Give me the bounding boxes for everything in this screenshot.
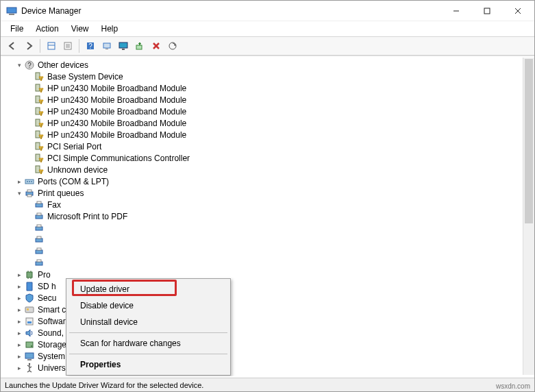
- system-icon: [24, 351, 35, 362]
- menu-action[interactable]: Action: [30, 23, 64, 35]
- chevron-right-icon[interactable]: ▸: [14, 341, 24, 348]
- chevron-right-icon[interactable]: ▸: [14, 353, 24, 360]
- svg-rect-26: [36, 84, 40, 91]
- close-button[interactable]: [502, 1, 533, 21]
- tree-item[interactable]: [1, 234, 534, 245]
- chevron-right-icon[interactable]: ▸: [14, 283, 24, 290]
- svg-text:?: ?: [27, 62, 32, 69]
- tree-item[interactable]: [1, 222, 534, 234]
- tree-item[interactable]: !Base System Device: [1, 71, 534, 82]
- chevron-right-icon[interactable]: ▸: [14, 178, 24, 185]
- svg-point-71: [31, 345, 32, 347]
- tree-item[interactable]: [1, 257, 534, 269]
- tree-item[interactable]: [1, 245, 534, 257]
- enable-button[interactable]: [132, 38, 147, 53]
- tree-item[interactable]: !HP un2430 Mobile Broadband Module: [1, 106, 534, 117]
- chevron-down-icon[interactable]: ▾: [14, 190, 24, 197]
- svg-rect-72: [25, 353, 34, 358]
- svg-rect-67: [27, 308, 29, 310]
- svg-rect-17: [122, 49, 125, 50]
- menu-file[interactable]: File: [5, 23, 29, 35]
- warning-device-icon: !: [34, 106, 45, 117]
- svg-rect-3: [484, 8, 490, 14]
- chevron-right-icon[interactable]: ▸: [14, 365, 24, 371]
- tree-label: Microsoft Print to PDF: [47, 212, 127, 221]
- minimize-button[interactable]: [440, 1, 471, 21]
- scrollbar-thumb[interactable]: [525, 59, 533, 223]
- tree-label: Print queues: [38, 188, 84, 198]
- chevron-down-icon[interactable]: ▾: [14, 62, 24, 69]
- svg-rect-16: [119, 42, 127, 48]
- chevron-right-icon[interactable]: ▸: [14, 330, 24, 336]
- tree-item[interactable]: !Unknown device: [1, 164, 534, 175]
- tree-item[interactable]: !HP un2430 Mobile Broadband Module: [1, 117, 534, 129]
- tree-item[interactable]: !PCI Serial Port: [1, 140, 534, 152]
- tree-item[interactable]: !HP un2430 Mobile Broadband Module: [1, 82, 534, 94]
- menu-help[interactable]: Help: [96, 23, 124, 35]
- chevron-right-icon[interactable]: ▸: [14, 318, 24, 325]
- tree-category-ports[interactable]: ▸ Ports (COM & LPT): [1, 175, 534, 187]
- svg-rect-61: [27, 272, 32, 278]
- svg-text:?: ?: [88, 42, 92, 50]
- delete-button[interactable]: [149, 38, 164, 53]
- tree-item[interactable]: !HP un2430 Mobile Broadband Module: [1, 129, 534, 140]
- context-menu-properties[interactable]: Properties: [68, 356, 229, 373]
- tree-item-fax[interactable]: Fax: [1, 199, 534, 210]
- printer-icon: [24, 188, 35, 199]
- tree-label: Fax: [47, 200, 61, 210]
- printer-icon: [34, 258, 45, 269]
- show-hidden-button[interactable]: [44, 38, 59, 53]
- context-menu-uninstall-device[interactable]: Uninstall device: [68, 314, 229, 330]
- svg-rect-6: [48, 42, 55, 49]
- tree-label: SD h: [38, 282, 56, 291]
- tree-item[interactable]: !HP un2430 Mobile Broadband Module: [1, 94, 534, 106]
- tree-label: Other devices: [38, 60, 88, 70]
- svg-rect-15: [105, 49, 108, 49]
- tree-item-print-to-pdf[interactable]: Microsoft Print to PDF: [1, 210, 534, 222]
- back-button[interactable]: [5, 38, 20, 53]
- usb-icon: [24, 363, 35, 373]
- tree-category-print-queues[interactable]: ▾ Print queues: [1, 187, 534, 199]
- printer-icon: [34, 223, 45, 234]
- tree-item[interactable]: !PCI Simple Communications Controller: [1, 152, 534, 164]
- svg-rect-51: [36, 215, 42, 219]
- svg-rect-0: [7, 8, 16, 13]
- context-menu-scan-hardware[interactable]: Scan for hardware changes: [68, 335, 229, 352]
- scan-button[interactable]: [165, 38, 180, 53]
- svg-rect-34: [36, 131, 40, 138]
- svg-rect-28: [36, 96, 40, 103]
- vertical-scrollbar[interactable]: [523, 58, 534, 375]
- properties-button[interactable]: [60, 38, 75, 53]
- tree-label: PCI Simple Communications Controller: [47, 154, 190, 163]
- chevron-right-icon[interactable]: ▸: [14, 271, 24, 278]
- printer-icon: [34, 234, 45, 245]
- chevron-right-icon[interactable]: ▸: [14, 306, 24, 313]
- tree-label: Pro: [38, 270, 51, 280]
- processor-icon: [24, 269, 35, 280]
- computer-button[interactable]: [99, 38, 114, 53]
- context-menu: Update driver Disable device Uninstall d…: [66, 278, 231, 376]
- svg-rect-40: [36, 166, 40, 173]
- forward-button[interactable]: [21, 38, 36, 53]
- context-menu-disable-device[interactable]: Disable device: [68, 297, 229, 314]
- maximize-button[interactable]: [471, 1, 502, 21]
- svg-rect-52: [37, 213, 41, 215]
- help-button[interactable]: ?: [83, 38, 98, 53]
- svg-rect-55: [36, 238, 42, 242]
- monitor-button[interactable]: [116, 38, 131, 53]
- svg-rect-57: [36, 250, 42, 254]
- tree-category-other-devices[interactable]: ▾ ? Other devices: [1, 59, 534, 71]
- svg-rect-66: [25, 307, 34, 313]
- chevron-right-icon[interactable]: ▸: [14, 295, 24, 302]
- svg-rect-38: [36, 154, 40, 161]
- statusbar: Launches the Update Driver Wizard for th…: [1, 378, 534, 391]
- svg-rect-54: [37, 225, 41, 227]
- menu-view[interactable]: View: [66, 23, 95, 35]
- svg-rect-48: [27, 195, 32, 197]
- watermark: wsxdn.com: [496, 382, 530, 390]
- device-tree-pane: ▾ ? Other devices !Base System Device !H…: [1, 56, 534, 376]
- warning-device-icon: !: [34, 83, 45, 94]
- tree-label: Unknown device: [47, 165, 108, 175]
- context-menu-update-driver[interactable]: Update driver: [68, 281, 229, 297]
- separator: [69, 332, 227, 333]
